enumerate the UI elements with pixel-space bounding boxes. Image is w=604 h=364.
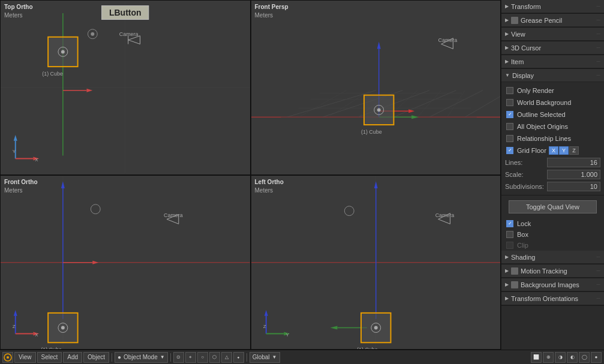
grid-floor-label: Grid Floor	[517, 147, 546, 154]
grid-floor-row: Grid Floor X Y Z	[501, 145, 604, 157]
svg-marker-44	[408, 109, 414, 113]
svg-marker-74	[330, 326, 337, 329]
svg-marker-42	[411, 115, 419, 119]
3d-cursor-arrow: ▶	[505, 45, 509, 50]
svg-text:Z: Z	[13, 323, 16, 329]
svg-text:Y: Y	[13, 149, 16, 154]
toggle-quad-button[interactable]: Toggle Quad View	[509, 200, 597, 213]
view-icon-btn[interactable]: ⬡	[209, 352, 220, 363]
object-icon: ●	[118, 354, 121, 360]
overlay-icon-btn[interactable]: ⬜	[531, 352, 542, 363]
viewport-top-right[interactable]: Front Persp Meters	[251, 0, 501, 175]
motion-tracking-header[interactable]: ▶ Motion Tracking ···	[501, 264, 604, 278]
subdivisions-row: Subdivisions: 10	[501, 181, 604, 192]
3d-cursor-header[interactable]: ▶ 3D Cursor ···	[501, 41, 604, 55]
svg-marker-17	[33, 157, 39, 160]
render-icon-btn[interactable]: △	[221, 352, 232, 363]
section-3d-cursor: ▶ 3D Cursor ···	[501, 41, 604, 55]
transform-orientations-header[interactable]: ▶ Transform Orientations ···	[501, 292, 604, 305]
toolbar-sep-2	[170, 353, 171, 362]
section-display: ▼ Display ··· Only Render World Backgrou…	[501, 69, 604, 195]
subdivisions-field[interactable]: 10	[547, 182, 600, 191]
view-header[interactable]: ▶ View ···	[501, 28, 604, 41]
y-axis-btn[interactable]: Y	[559, 146, 569, 155]
background-images-arrow: ▶	[505, 282, 509, 287]
object-button[interactable]: Object	[83, 352, 109, 363]
svg-point-80	[344, 206, 354, 215]
item-header[interactable]: ▶ Item ···	[501, 55, 604, 68]
item-arrow: ▶	[505, 59, 509, 64]
sculpt-icon-btn[interactable]: ⬥	[233, 352, 244, 363]
svg-line-25	[429, 91, 482, 118]
background-images-header[interactable]: ▶ Background Images ···	[501, 278, 604, 291]
svg-point-6	[58, 47, 68, 56]
viewport-bottom-right-label: Left Ortho Meters	[255, 178, 284, 195]
svg-text:Z: Z	[263, 323, 266, 329]
viewport-bottom-right[interactable]: Left Ortho Meters Camera	[251, 175, 501, 350]
svg-marker-72	[374, 181, 377, 188]
grease-pencil-header[interactable]: ▶ Grease Pencil ···	[501, 14, 604, 27]
svg-marker-79	[438, 213, 450, 224]
outline-selected-checkbox[interactable]	[506, 111, 513, 118]
viewport-shading2-btn[interactable]: ◐	[567, 352, 578, 363]
world-background-label: World Background	[517, 99, 571, 106]
add-button[interactable]: Add	[63, 352, 82, 363]
viewport-shading-btn[interactable]: ◑	[555, 352, 566, 363]
view-button[interactable]: View	[14, 352, 36, 363]
only-render-checkbox[interactable]	[506, 87, 513, 94]
global-select[interactable]: Global ▼	[250, 352, 280, 363]
viewport-bottom-left[interactable]: Front Ortho Meters Camera	[0, 175, 251, 350]
view-arrow: ▶	[505, 31, 509, 37]
relationship-lines-checkbox[interactable]	[506, 135, 513, 142]
viewport-area: Top Ortho Meters LButton Camera	[0, 0, 501, 350]
z-axis-btn[interactable]: Z	[569, 146, 579, 155]
box-checkbox[interactable]	[506, 231, 513, 238]
lines-label: Lines:	[505, 159, 547, 166]
all-object-origins-label: All Object Origins	[517, 123, 568, 130]
section-motion-tracking: ▶ Motion Tracking ···	[501, 264, 604, 278]
lines-field[interactable]: 16	[547, 158, 600, 167]
proportional-icon-btn[interactable]: ○	[197, 352, 208, 363]
viewport-top-left[interactable]: Top Ortho Meters LButton Camera	[0, 0, 251, 175]
snapping-icon-btn[interactable]: ⌖	[185, 352, 196, 363]
shading-header[interactable]: ▶ Shading ···	[501, 251, 604, 264]
relationship-lines-label: Relationship Lines	[517, 135, 571, 142]
svg-line-24	[393, 91, 456, 118]
world-background-checkbox[interactable]	[506, 99, 513, 106]
svg-marker-4	[86, 89, 92, 92]
grid-floor-checkbox[interactable]	[506, 147, 513, 154]
scale-label: Scale:	[505, 171, 547, 178]
display-header[interactable]: ▼ Display ···	[501, 69, 604, 82]
gizmo-icon-btn[interactable]: ⊕	[543, 352, 554, 363]
clip-checkbox[interactable]	[506, 242, 513, 249]
svg-point-89	[7, 356, 9, 359]
lbutton-overlay: LButton	[101, 5, 149, 20]
svg-line-33	[358, 91, 393, 118]
blender-icon-btn[interactable]	[2, 352, 13, 363]
svg-point-57	[58, 323, 68, 332]
transform-header[interactable]: ▶ Transform ···	[501, 0, 604, 13]
clip-row: Clip	[501, 240, 604, 251]
lock-checkbox[interactable]	[506, 220, 513, 227]
viewport-top-left-label: Top Ortho Meters	[4, 3, 33, 20]
all-object-origins-checkbox[interactable]	[506, 123, 513, 130]
motion-tracking-icon	[511, 267, 518, 275]
pivot-icon-btn[interactable]: ⊙	[173, 352, 184, 363]
svg-text:Camera: Camera	[435, 212, 454, 218]
item-title: Item	[511, 58, 596, 65]
viewport-shading4-btn[interactable]: ●	[591, 352, 602, 363]
x-axis-btn[interactable]: X	[549, 146, 558, 155]
svg-text:Y: Y	[286, 332, 289, 338]
grease-pencil-arrow: ▶	[505, 17, 509, 23]
only-render-row: Only Render	[501, 85, 604, 97]
svg-line-31	[299, 91, 346, 118]
section-transform-orientations: ▶ Transform Orientations ···	[501, 292, 604, 306]
select-button[interactable]: Select	[37, 352, 62, 363]
display-arrow: ▼	[505, 73, 510, 78]
viewport-shading3-btn[interactable]: ◯	[579, 352, 590, 363]
scale-field[interactable]: 1.000	[547, 170, 600, 179]
section-grease-pencil: ▶ Grease Pencil ···	[501, 14, 604, 28]
mode-select[interactable]: ● Object Mode ▼	[115, 352, 168, 363]
viewport-top-right-label: Front Persp Meters	[255, 3, 289, 20]
toolbar-sep-3	[247, 353, 247, 362]
